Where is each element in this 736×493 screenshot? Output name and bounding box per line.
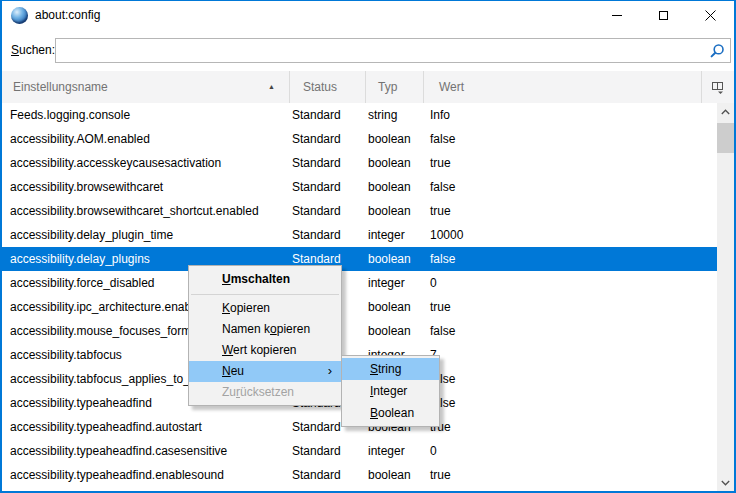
- vertical-scrollbar[interactable]: [717, 103, 734, 491]
- cell-value: true: [424, 415, 717, 439]
- cell-value: true: [424, 463, 717, 487]
- cell-status: Standard: [290, 127, 366, 151]
- menu-item-label: Neu: [222, 364, 244, 378]
- table-row[interactable]: accessibility.browsewithcaret_shortcut.e…: [2, 199, 717, 223]
- cell-name: accessibility.typeaheadfind.casesensitiv…: [2, 439, 290, 463]
- cell-type: boolean: [366, 175, 424, 199]
- cell-type: boolean: [366, 295, 424, 319]
- cell-value: false: [424, 127, 717, 151]
- column-header-label: Einstellungsname: [13, 80, 108, 94]
- table-row[interactable]: accessibility.force_disabledStandardinte…: [2, 271, 717, 295]
- menu-item-label: Umschalten: [222, 272, 290, 286]
- about-config-window: about:config Suchen:: [0, 0, 736, 493]
- cell-value: 0: [424, 271, 717, 295]
- table-row[interactable]: accessibility.typeaheadfind.enablesoundS…: [2, 463, 717, 487]
- cell-value: true: [424, 199, 717, 223]
- cell-value: false: [424, 367, 717, 391]
- cell-type: integer: [366, 439, 424, 463]
- menu-item-string[interactable]: String: [342, 358, 439, 380]
- cell-status: Standard: [290, 151, 366, 175]
- search-label: Suchen:: [11, 30, 55, 71]
- cell-value: false: [424, 319, 717, 343]
- search-bar: Suchen:: [2, 30, 734, 71]
- context-menu: UmschaltenKopierenNamen kopierenWert kop…: [188, 265, 342, 406]
- minimize-button[interactable]: [593, 1, 640, 30]
- menu-item-label: Zurücksetzen: [222, 385, 294, 399]
- menu-item-boolean[interactable]: Boolean: [342, 402, 439, 424]
- chevron-up-icon: [721, 109, 730, 115]
- cell-name: Feeds.logging.console: [2, 103, 290, 127]
- table-row[interactable]: accessibility.delay_pluginsStandardboole…: [2, 247, 717, 271]
- cell-type: string: [366, 103, 424, 127]
- cell-type: boolean: [366, 319, 424, 343]
- search-input[interactable]: [60, 40, 706, 61]
- menu-item-neu[interactable]: Neu›: [189, 361, 341, 382]
- cell-value: true: [424, 151, 717, 175]
- table-row[interactable]: Feeds.logging.consoleStandardstringInfo: [2, 103, 717, 127]
- cell-value: Info: [424, 103, 717, 127]
- column-header-typ[interactable]: Typ: [366, 71, 424, 103]
- cell-value: 10000: [424, 223, 717, 247]
- cell-type: boolean: [366, 247, 424, 271]
- cell-status: Standard: [290, 103, 366, 127]
- column-header-label: Wert: [439, 80, 464, 94]
- cell-type: boolean: [366, 463, 424, 487]
- cell-value: 7: [424, 343, 717, 367]
- window-controls: [593, 1, 734, 30]
- maximize-button[interactable]: [640, 1, 687, 30]
- menu-item-integer[interactable]: Integer: [342, 380, 439, 402]
- scroll-down-button[interactable]: [717, 474, 734, 491]
- table-row[interactable]: accessibility.delay_plugin_timeStandardi…: [2, 223, 717, 247]
- cell-name: accessibility.typeaheadfind.autostart: [2, 415, 290, 439]
- cell-value: false: [424, 175, 717, 199]
- column-header-status[interactable]: Status: [290, 71, 366, 103]
- menu-separator: [191, 294, 339, 295]
- menu-item-wert-kopieren[interactable]: Wert kopieren: [189, 340, 341, 361]
- titlebar[interactable]: about:config: [2, 1, 734, 30]
- cell-type: boolean: [366, 127, 424, 151]
- cell-status: Standard: [290, 199, 366, 223]
- cell-value: false: [424, 391, 717, 415]
- firefox-icon: [11, 7, 28, 24]
- menu-item-label: Wert kopieren: [222, 343, 296, 357]
- menu-item-label: Namen kopieren: [222, 322, 310, 336]
- minimize-icon: [612, 15, 622, 16]
- column-header-label: Status: [303, 80, 337, 94]
- cell-type: boolean: [366, 199, 424, 223]
- chevron-down-icon: [721, 480, 730, 486]
- cell-status: Standard: [290, 175, 366, 199]
- table-row[interactable]: accessibility.ipc_architecture.enabledSt…: [2, 295, 717, 319]
- table-row[interactable]: accessibility.accesskeycausesactivationS…: [2, 151, 717, 175]
- cell-name: accessibility.browsewithcaret_shortcut.e…: [2, 199, 290, 223]
- column-header-einstellungsname[interactable]: Einstellungsname ▲: [2, 71, 290, 103]
- cell-value: true: [424, 295, 717, 319]
- table-header: Einstellungsname ▲ Status Typ Wert: [2, 71, 734, 103]
- close-icon: [705, 10, 716, 21]
- submenu-arrow-icon: ›: [328, 360, 332, 381]
- pref-table-body: Feeds.logging.consoleStandardstringInfoa…: [2, 103, 717, 487]
- cell-type: integer: [366, 223, 424, 247]
- cell-type: boolean: [366, 151, 424, 175]
- cell-name: accessibility.delay_plugin_time: [2, 223, 290, 247]
- table-row[interactable]: accessibility.typeaheadfind.casesensitiv…: [2, 439, 717, 463]
- cell-value: 0: [424, 439, 717, 463]
- table-row[interactable]: accessibility.mouse_focuses_formcontrolS…: [2, 319, 717, 343]
- column-picker-button[interactable]: [702, 71, 734, 103]
- cell-status: Standard: [290, 223, 366, 247]
- menu-item-namen-kopieren[interactable]: Namen kopieren: [189, 319, 341, 340]
- menu-item-kopieren[interactable]: Kopieren: [189, 298, 341, 319]
- scrollbar-thumb[interactable]: [717, 123, 734, 153]
- table-row[interactable]: accessibility.browsewithcaretStandardboo…: [2, 175, 717, 199]
- close-button[interactable]: [687, 1, 734, 30]
- cell-status: Standard: [290, 439, 366, 463]
- column-header-wert[interactable]: Wert: [424, 71, 702, 103]
- window-title: about:config: [35, 1, 100, 30]
- scroll-up-button[interactable]: [717, 103, 734, 120]
- menu-item-label: Boolean: [370, 406, 414, 420]
- column-picker-icon: [711, 81, 725, 94]
- search-icon[interactable]: [709, 43, 725, 59]
- menu-item-umschalten[interactable]: Umschalten: [189, 268, 341, 291]
- menu-item-zur-cksetzen: Zurücksetzen: [189, 382, 341, 403]
- table-row[interactable]: accessibility.AOM.enabledStandardboolean…: [2, 127, 717, 151]
- search-field[interactable]: [55, 38, 731, 63]
